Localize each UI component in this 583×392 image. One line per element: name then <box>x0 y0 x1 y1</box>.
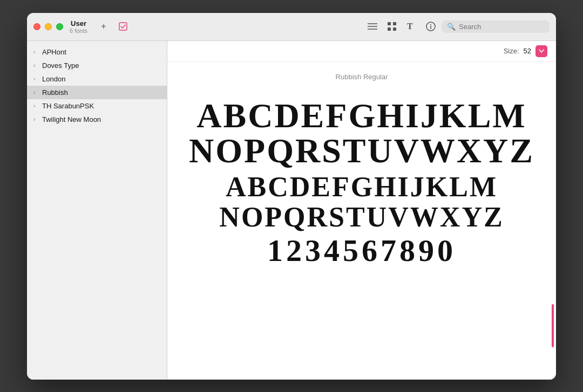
check-icon <box>119 22 127 31</box>
svg-text:1234567890: 1234567890 <box>267 233 456 268</box>
size-control: Size: 52 <box>504 45 547 57</box>
info-button[interactable] <box>422 18 439 35</box>
chevron-icon: › <box>33 116 40 122</box>
app-window: User 6 fonts + <box>27 13 556 380</box>
sidebar-item-label: Doves Type <box>42 61 79 70</box>
svg-text:ABCDEFGHIJKLM: ABCDEFGHIJKLM <box>196 97 526 135</box>
sidebar-item-london[interactable]: › London <box>27 72 167 86</box>
main-content: › APHont › Doves Type › London › Rubbish… <box>27 41 556 380</box>
check-button[interactable] <box>116 19 131 34</box>
font-size-icon: T <box>407 22 416 31</box>
window-subtitle: 6 fonts <box>70 27 87 34</box>
size-value: 52 <box>524 47 531 55</box>
sidebar-item-aphont[interactable]: › APHont <box>27 45 167 59</box>
window-title-area: User 6 fonts <box>70 19 87 34</box>
add-button[interactable]: + <box>96 19 111 34</box>
toolbar-right: T 🔍 <box>364 18 550 35</box>
sidebar-item-rubbish[interactable]: › Rubbish <box>27 86 167 99</box>
list-view-button[interactable] <box>364 18 381 35</box>
chevron-icon: › <box>33 63 40 68</box>
font-preview-svg: .preview-font { font-family: 'Impact', '… <box>200 90 524 273</box>
chevron-icon: › <box>33 103 40 109</box>
sidebar-item-label: London <box>42 75 65 83</box>
svg-rect-0 <box>119 23 127 30</box>
search-input[interactable] <box>459 23 544 31</box>
titlebar: User 6 fonts + <box>27 13 556 41</box>
sidebar: › APHont › Doves Type › London › Rubbish… <box>27 41 167 380</box>
info-icon <box>426 22 436 31</box>
svg-rect-7 <box>393 27 396 31</box>
font-size-button[interactable]: T <box>403 18 420 35</box>
maximize-button[interactable] <box>56 23 63 30</box>
preview-header: Size: 52 <box>167 41 556 62</box>
svg-rect-5 <box>393 22 396 25</box>
svg-text:ABCDEFGHIJKLM: ABCDEFGHIJKLM <box>226 171 498 202</box>
sidebar-item-twilight-new-moon[interactable]: › Twilight New Moon <box>27 113 167 126</box>
size-dropdown-button[interactable] <box>535 45 547 57</box>
list-view-icon <box>368 23 377 30</box>
font-preview-area: .preview-font { font-family: 'Impact', '… <box>189 90 534 273</box>
titlebar-actions: + <box>96 19 131 34</box>
chevron-icon: › <box>33 76 40 82</box>
chevron-icon: › <box>33 49 40 55</box>
svg-text:NOPQRSTUVWXYZ: NOPQRSTUVWXYZ <box>189 132 534 170</box>
sidebar-item-label: Rubbish <box>42 88 68 97</box>
traffic-lights <box>33 23 63 30</box>
window-title: User <box>71 19 86 27</box>
font-name-label: Rubbish Regular <box>336 73 388 81</box>
svg-rect-4 <box>388 22 391 25</box>
close-button[interactable] <box>33 23 40 30</box>
svg-point-10 <box>430 24 431 25</box>
grid-view-button[interactable] <box>383 18 401 35</box>
search-bar[interactable]: 🔍 <box>442 20 550 33</box>
svg-text:T: T <box>407 22 413 31</box>
sidebar-item-doves-type[interactable]: › Doves Type <box>27 59 167 72</box>
preview-panel: Size: 52 Rubbish Regular .preview-font <box>167 41 556 380</box>
chevron-down-icon <box>539 49 544 53</box>
minimize-button[interactable] <box>45 23 52 30</box>
search-icon: 🔍 <box>447 23 456 31</box>
svg-text:NOPQRSTUVWXYZ: NOPQRSTUVWXYZ <box>219 202 504 232</box>
svg-rect-6 <box>388 27 391 31</box>
sidebar-item-label: APHont <box>42 48 66 56</box>
sidebar-item-th-sarabunpsk[interactable]: › TH SarabunPSK <box>27 99 167 113</box>
scrollbar-indicator[interactable] <box>552 304 554 347</box>
grid-view-icon <box>388 22 396 31</box>
chevron-icon: › <box>33 90 40 95</box>
sidebar-item-label: TH SarabunPSK <box>42 102 94 110</box>
sidebar-item-label: Twilight New Moon <box>42 115 101 123</box>
size-label: Size: <box>504 47 519 55</box>
preview-body: Rubbish Regular .preview-font { font-fam… <box>167 62 556 380</box>
